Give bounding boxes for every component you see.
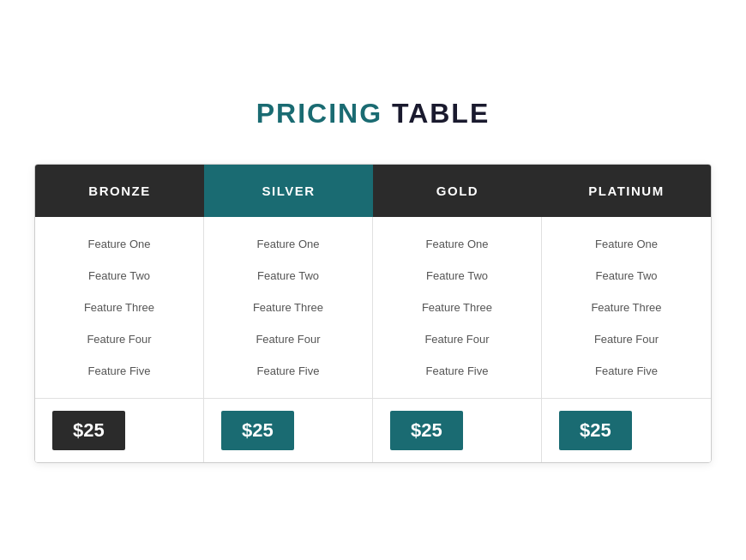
page-title: PRICING TABLE xyxy=(256,98,490,129)
feature-item-bronze-4: Feature Four xyxy=(44,329,195,349)
feature-item-gold-4: Feature Four xyxy=(382,329,532,349)
feature-item-silver-4: Feature Four xyxy=(213,329,364,349)
feature-list-gold: Feature OneFeature TwoFeature ThreeFeatu… xyxy=(373,217,541,399)
feature-item-silver-1: Feature One xyxy=(213,234,364,254)
body-column-silver: Feature OneFeature TwoFeature ThreeFeatu… xyxy=(204,217,373,462)
price-cell-gold: $25 xyxy=(373,399,541,462)
feature-list-silver: Feature OneFeature TwoFeature ThreeFeatu… xyxy=(204,217,372,399)
title-rest: TABLE xyxy=(382,98,490,129)
price-badge-platinum: $25 xyxy=(559,411,632,450)
price-badge-gold: $25 xyxy=(390,411,463,450)
price-badge-silver: $25 xyxy=(221,411,294,450)
feature-item-bronze-2: Feature Two xyxy=(44,266,195,286)
price-badge-bronze: $25 xyxy=(52,411,125,450)
body-column-platinum: Feature OneFeature TwoFeature ThreeFeatu… xyxy=(542,217,711,462)
feature-item-silver-5: Feature Five xyxy=(213,361,364,381)
feature-item-gold-3: Feature Three xyxy=(382,298,532,317)
feature-item-bronze-3: Feature Three xyxy=(44,298,195,317)
feature-item-platinum-3: Feature Three xyxy=(550,298,702,317)
feature-list-platinum: Feature OneFeature TwoFeature ThreeFeatu… xyxy=(542,217,711,399)
header-cell-bronze: BRONZE xyxy=(35,165,204,217)
header-cell-platinum: PLATINUM xyxy=(542,165,711,217)
body-column-bronze: Feature OneFeature TwoFeature ThreeFeatu… xyxy=(35,217,204,462)
feature-item-platinum-5: Feature Five xyxy=(550,361,702,381)
feature-item-platinum-2: Feature Two xyxy=(550,266,702,286)
body-column-gold: Feature OneFeature TwoFeature ThreeFeatu… xyxy=(373,217,542,462)
feature-item-gold-1: Feature One xyxy=(382,234,532,254)
feature-item-platinum-4: Feature Four xyxy=(550,329,702,349)
feature-item-silver-2: Feature Two xyxy=(213,266,364,286)
feature-item-bronze-5: Feature Five xyxy=(44,361,195,381)
feature-item-gold-5: Feature Five xyxy=(382,361,532,381)
header-cell-gold: GOLD xyxy=(373,165,542,217)
pricing-table: BRONZESILVERGOLDPLATINUM Feature OneFeat… xyxy=(34,164,712,463)
feature-list-bronze: Feature OneFeature TwoFeature ThreeFeatu… xyxy=(35,217,203,399)
table-body: Feature OneFeature TwoFeature ThreeFeatu… xyxy=(35,217,711,462)
price-cell-bronze: $25 xyxy=(35,399,203,462)
page-wrapper: PRICING TABLE BRONZESILVERGOLDPLATINUM F… xyxy=(0,0,746,560)
header-cell-silver: SILVER xyxy=(204,165,373,217)
feature-item-gold-2: Feature Two xyxy=(382,266,532,286)
price-cell-platinum: $25 xyxy=(542,399,711,462)
price-cell-silver: $25 xyxy=(204,399,372,462)
title-highlight: PRICING xyxy=(256,98,382,129)
feature-item-platinum-1: Feature One xyxy=(550,234,702,254)
feature-item-bronze-1: Feature One xyxy=(44,234,195,254)
table-header: BRONZESILVERGOLDPLATINUM xyxy=(35,165,711,217)
feature-item-silver-3: Feature Three xyxy=(213,298,364,317)
